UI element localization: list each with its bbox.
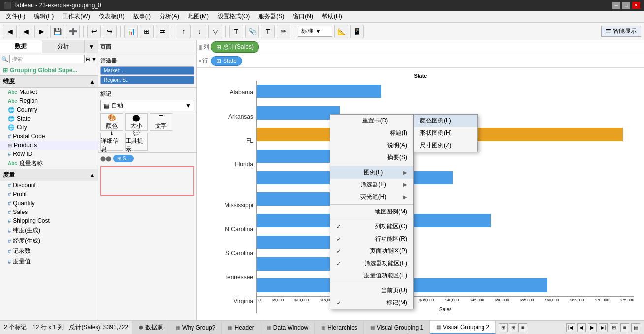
sheet-hierarchies[interactable]: ▦ Hierarchies [315,321,364,334]
sheet-data-window[interactable]: ▦ Data Window [260,321,315,334]
nav-next[interactable]: ▶ [588,323,597,332]
swap-btn[interactable]: ⇄ [156,25,169,38]
ctx-filters-shelf[interactable]: ✓ 筛选器功能区(F) [330,257,413,270]
columns-sales-pill[interactable]: ⊞ 总计(Sales) [211,41,259,53]
dim-rowid[interactable]: # Row ID [0,150,98,158]
caption-btn[interactable]: T [261,25,275,38]
filter-btn[interactable]: ▽ [208,25,222,38]
submenu-shape-legend[interactable]: 形状图例(H) [414,127,477,139]
bar-arkansas[interactable] [257,106,340,120]
measure-records[interactable]: # 记录数 [0,246,98,256]
nav-last[interactable]: ▶| [599,323,608,332]
ctx-title[interactable]: 标题(I) [330,127,413,139]
grid-toggle-icon[interactable]: ⊞ [86,56,90,62]
datasource-name[interactable]: ⊞ Grouping Global Supe... [0,65,98,76]
measure-sales[interactable]: # Sales [0,208,98,216]
measure-shippingcost[interactable]: # Shipping Cost [0,216,98,225]
nav-first[interactable]: |◀ [566,323,575,332]
sheet-list-btn[interactable]: ≡ [518,323,527,332]
dim-market[interactable]: Abc Market [0,88,98,96]
sheet-datasource[interactable]: ⬢ 数据源 [132,321,169,334]
menu-window[interactable]: 窗口(N) [289,11,317,22]
chart-btn[interactable]: 📊 [124,25,138,38]
forward-button[interactable]: ▶ [34,25,48,38]
menu-map[interactable]: 地图(M) [184,11,213,22]
ctx-summary[interactable]: 摘要(S) [330,152,413,164]
view-dropdown[interactable]: 标准 ▼ [298,26,332,37]
sheet-grid-btn[interactable]: ⊞ [509,323,517,332]
menu-edit[interactable]: 编辑(E) [30,11,58,22]
sort-asc-btn[interactable]: ↑ [177,25,191,38]
nav-prev[interactable]: ◀ [577,323,586,332]
menu-analysis[interactable]: 分析(A) [156,11,183,22]
ctx-legend[interactable]: 图例(L) ▶ [330,166,413,179]
fix-btn[interactable]: 📐 [334,25,348,38]
ctx-pages-shelf[interactable]: ✓ 页面功能区(P) [330,245,413,257]
sheet-visual-grouping-2[interactable]: ▦ Visual Grouping 2 [430,321,496,334]
measure-discount[interactable]: # Discount [0,181,98,190]
marks-size-btn[interactable]: ⬤ 大小 [125,113,148,131]
ctx-cols-shelf[interactable]: ✓ 列功能区(C) [330,220,413,233]
ctx-filter[interactable]: 筛选器(F) ▶ [330,179,413,191]
measure-lng[interactable]: # 经度(生成) [0,236,98,246]
ctx-measures-shelf[interactable]: 度量值功能区(E) [330,270,413,282]
search-input[interactable] [9,55,85,63]
sheet-add-btn[interactable]: ⊞ [499,323,508,332]
device-btn[interactable]: 📱 [350,25,364,38]
highlight-btn[interactable]: ✏ [277,25,290,38]
ctx-marks[interactable]: ✓ 标记(M) [330,297,413,309]
nav-list[interactable]: ≡ [620,323,629,332]
menu-dashboard[interactable]: 仪表板(B) [95,11,129,22]
undo-button[interactable]: ↩ [87,25,101,38]
marks-type-dropdown[interactable]: ▦ 自动 ▼ [100,100,194,111]
filter-market[interactable]: Market: ... [100,66,194,75]
sheet-visual-grouping-1[interactable]: ▦ Visual Grouping 1 [364,321,430,334]
search-settings-icon[interactable]: ▼ [91,56,97,62]
dim-state[interactable]: 🌐 State [0,114,98,123]
menu-format[interactable]: 设置格式(O) [214,11,254,22]
measure-quantity[interactable]: # Quantity [0,199,98,208]
dim-products[interactable]: ⊞ Products [0,141,98,150]
sheet-header[interactable]: ▦ Header [222,321,260,334]
smart-show-button[interactable]: ☰ 智能显示 [601,26,641,37]
analytics-tab[interactable]: 分析 [42,40,85,53]
submenu-size-legend[interactable]: 尺寸图例(Z) [414,139,477,152]
nav-grid[interactable]: ⊞ [610,323,618,332]
marks-state-pill[interactable]: ⊞ S... [113,155,134,162]
table-btn[interactable]: ⊞ [140,25,154,38]
data-tab[interactable]: 数据 [0,40,42,53]
dim-country[interactable]: 🌐 Country [0,105,98,114]
marks-color-btn[interactable]: 🎨 颜色 [100,113,123,131]
measure-profit[interactable]: # Profit [0,190,98,199]
menu-file[interactable]: 文件(F) [2,11,29,22]
measures-collapse[interactable]: ▲ [89,172,95,179]
menu-story[interactable]: 故事(I) [129,11,155,22]
bar-alabama[interactable] [257,85,381,98]
ctx-maplegend[interactable]: 地图图例(M) [330,206,413,218]
new-button[interactable]: ◀ [3,25,17,38]
sort-desc-btn[interactable]: ↓ [193,25,206,38]
minimize-button[interactable]: ─ [612,2,620,9]
back-button[interactable]: ◀ [19,25,32,38]
ctx-rows-shelf[interactable]: ✓ 行功能区(R) [330,233,413,245]
ctx-description[interactable]: 说明(A) [330,139,413,152]
menu-worksheet[interactable]: 工作表(W) [59,11,94,22]
dim-region[interactable]: Abc Region [0,96,98,105]
menu-help[interactable]: 帮助(H) [318,11,346,22]
maximize-button[interactable]: □ [622,2,630,9]
dim-measure-names[interactable]: Abc 度量名称 [0,158,98,169]
redo-button[interactable]: ↪ [103,25,117,38]
measure-lat[interactable]: # 纬度(生成) [0,225,98,236]
filter-region[interactable]: Region: S... [100,76,194,84]
add-ds-button[interactable]: ➕ [66,25,80,38]
window-controls[interactable]: ─ □ ✕ [612,2,640,9]
ctx-highlighter[interactable]: 荧光笔(H) ▶ [330,191,413,203]
dimensions-collapse[interactable]: ▲ [89,78,95,85]
marks-tooltip-btn[interactable]: 💬 工具提示 [125,133,148,151]
tooltip-btn[interactable]: 📎 [245,25,259,38]
nav-film[interactable]: ▤ [631,323,640,332]
ctx-reset[interactable]: 重置卡(D) [330,115,413,127]
dim-postalcode[interactable]: # Postal Code [0,132,98,141]
measure-values[interactable]: # 度量值 [0,256,98,267]
menu-server[interactable]: 服务器(S) [255,11,288,22]
